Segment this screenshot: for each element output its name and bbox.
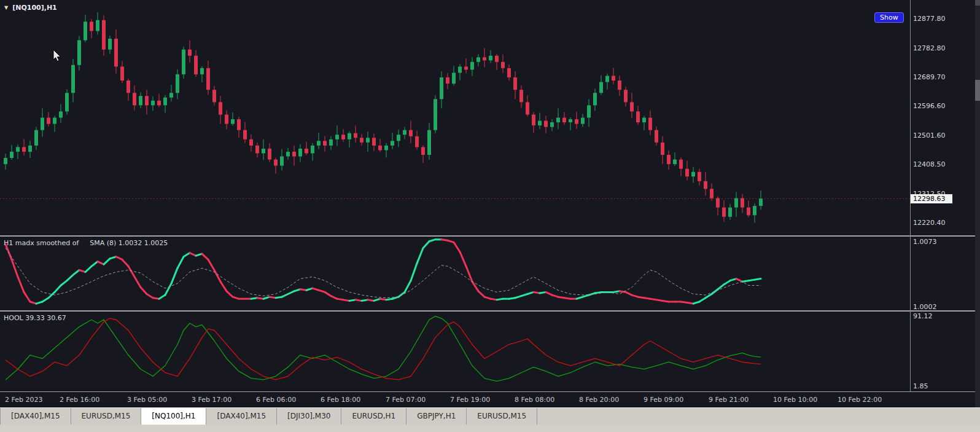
price-axis-label: 12782.80 — [913, 44, 946, 52]
time-axis-label: 7 Feb 19:00 — [450, 396, 490, 404]
scrollbar-thumb[interactable] — [975, 80, 980, 101]
time-axis-label: 3 Feb 17:00 — [192, 396, 231, 404]
time-axis-label: 6 Feb 06:00 — [256, 396, 296, 404]
time-axis-label: 2 Feb 2023 — [5, 396, 42, 404]
madx-indicator-header: H1 madx smoothed of SMA (8) 1.0032 1.002… — [4, 239, 168, 247]
chart-tab-nq100-h1[interactable]: [NQ100],H1 — [141, 408, 206, 425]
hool-indicator-pane[interactable] — [0, 312, 910, 391]
hool-indicator-header: HOOL 39.33 30.67 — [4, 314, 66, 322]
hool-axis-label: 1.85 — [913, 382, 928, 390]
vertical-scrollbar[interactable] — [975, 0, 980, 407]
madx-axis-label: 1.0073 — [913, 238, 937, 246]
madx-indicator-pane[interactable] — [0, 237, 910, 310]
chart-tab-dax40-m15[interactable]: [DAX40],M15 — [206, 408, 277, 425]
time-axis-label: 9 Feb 21:00 — [709, 396, 749, 404]
chart-tab-dji30-m30[interactable]: [DJI30],M30 — [277, 408, 341, 425]
main-chart-pane[interactable] — [0, 0, 910, 235]
mouse-cursor-icon — [53, 49, 63, 63]
time-axis-label: 10 Feb 22:00 — [838, 396, 882, 404]
trading-terminal-window: ▼ [NQ100],H1 Show H1 madx smoothed of SM… — [0, 0, 980, 432]
price-axis-label: 12501.60 — [913, 132, 946, 139]
time-axis-label: 6 Feb 18:00 — [321, 396, 360, 404]
madx-axis-label: 1.0002 — [913, 303, 937, 311]
price-axis-label: 12877.80 — [913, 15, 946, 23]
price-axis-label: 12408.50 — [913, 160, 946, 168]
time-axis-label: 9 Feb 09:00 — [644, 396, 683, 404]
price-axis-label: 12596.60 — [913, 102, 946, 110]
chart-tab-eurusd-m15[interactable]: EURUSD,M15 — [467, 408, 537, 425]
time-axis-label: 10 Feb 10:00 — [773, 396, 817, 404]
hool-axis-label: 91.12 — [913, 312, 933, 320]
time-axis-label: 8 Feb 20:00 — [579, 396, 619, 404]
window-bottom-strip — [0, 425, 980, 432]
time-axis-label: 8 Feb 08:00 — [515, 396, 554, 404]
scrollbar-arrow-up[interactable] — [975, 0, 980, 6]
last-price-label: 12298.63 — [911, 194, 952, 203]
madx-values: SMA (8) 1.0032 1.0025 — [90, 239, 168, 247]
chart-symbol-header: ▼ [NQ100],H1 — [4, 4, 57, 12]
time-axis-label: 7 Feb 07:00 — [386, 396, 426, 404]
chart-tab-dax40-m15[interactable]: [DAX40],M15 — [0, 408, 71, 425]
time-axis: 2 Feb 20232 Feb 16:003 Feb 05:003 Feb 17… — [0, 392, 910, 407]
hool-canvas[interactable] — [0, 312, 910, 391]
chart-tab-gbpjpy-h1[interactable]: GBPJPY,H1 — [406, 408, 467, 425]
candlestick-canvas[interactable] — [0, 0, 910, 235]
madx-canvas[interactable] — [0, 237, 910, 310]
chart-tab-eurusd-m15[interactable]: EURUSD,M15 — [71, 408, 142, 425]
madx-title: H1 madx smoothed of — [4, 239, 79, 247]
chart-tab-bar: [DAX40],M15EURUSD,M15[NQ100],H1[DAX40],M… — [0, 407, 980, 425]
time-axis-label: 2 Feb 16:00 — [60, 396, 99, 404]
chevron-down-icon: ▼ — [4, 6, 8, 10]
time-axis-label: 3 Feb 05:00 — [127, 396, 167, 404]
chart-tab-eurusd-h1[interactable]: EURUSD,H1 — [341, 408, 406, 425]
price-axis-label: 12220.40 — [913, 219, 946, 227]
price-axis-label: 12689.70 — [913, 73, 946, 81]
symbol-period-label: [NQ100],H1 — [12, 4, 57, 12]
hool-title: HOOL 39.33 30.67 — [4, 314, 66, 322]
show-button[interactable]: Show — [874, 12, 904, 23]
price-axis: 12298.63 12877.8012782.8012689.7012596.6… — [911, 0, 975, 407]
